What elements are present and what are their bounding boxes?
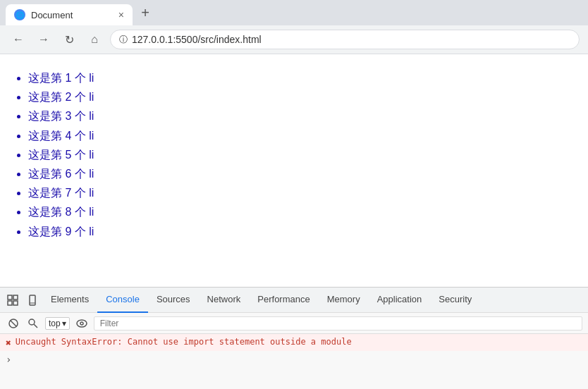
devtools-panel: Elements Console Sources Network Perform… <box>0 287 588 389</box>
svg-point-8 <box>29 319 35 325</box>
list-item: 这是第 9 个 li <box>28 222 574 241</box>
url-bar[interactable]: ⓘ 127.0.0.1:5500/src/index.html <box>110 30 580 49</box>
browser-tab[interactable]: 🌐 Document × <box>6 4 133 25</box>
eye-button[interactable] <box>74 316 90 331</box>
list-item: 这是第 3 个 li <box>28 106 574 125</box>
list-item: 这是第 7 个 li <box>28 183 574 202</box>
url-secure-icon: ⓘ <box>119 34 128 46</box>
address-bar: ← → ↻ ⌂ ⓘ 127.0.0.1:5500/src/index.html <box>0 25 588 54</box>
browser-chrome: 🌐 Document × + ← → ↻ ⌂ ⓘ 127.0.0.1:5500/… <box>0 0 588 54</box>
new-tab-button[interactable]: + <box>135 3 155 23</box>
tab-favicon-icon: 🌐 <box>14 9 25 20</box>
error-message-line: ✖ Uncaught SyntaxError: Cannot use impor… <box>0 334 588 351</box>
console-toolbar: top ▾ <box>0 313 588 334</box>
devtools-mobile-icon[interactable] <box>23 290 42 310</box>
svg-rect-0 <box>8 295 12 300</box>
tab-console[interactable]: Console <box>97 288 148 313</box>
context-selector[interactable]: top ▾ <box>45 317 70 330</box>
svg-rect-2 <box>13 295 18 300</box>
page-content: 这是第 1 个 li这是第 2 个 li这是第 3 个 li这是第 4 个 li… <box>0 54 588 287</box>
list-item: 这是第 4 个 li <box>28 126 574 145</box>
tab-application[interactable]: Application <box>369 288 431 313</box>
tab-close-button[interactable]: × <box>118 9 124 20</box>
error-text: Uncaught SyntaxError: Cannot use import … <box>16 337 352 347</box>
tab-network[interactable]: Network <box>199 288 250 313</box>
console-filter-input[interactable] <box>94 316 582 331</box>
svg-rect-1 <box>8 301 12 305</box>
svg-line-9 <box>34 324 37 328</box>
list-item: 这是第 6 个 li <box>28 164 574 183</box>
list-item: 这是第 2 个 li <box>28 87 574 106</box>
svg-point-11 <box>80 322 83 325</box>
list-item: 这是第 5 个 li <box>28 145 574 164</box>
forward-button[interactable]: → <box>34 30 54 49</box>
svg-point-10 <box>77 320 87 327</box>
devtools-tab-bar: Elements Console Sources Network Perform… <box>0 288 588 313</box>
tab-bar: 🌐 Document × + <box>0 0 588 25</box>
svg-rect-4 <box>30 295 35 305</box>
back-button[interactable]: ← <box>8 30 28 49</box>
console-prompt: › <box>0 351 588 368</box>
filter-toggle-button[interactable] <box>25 316 41 331</box>
svg-rect-3 <box>13 301 18 305</box>
tab-performance[interactable]: Performance <box>249 288 318 313</box>
tab-sources[interactable]: Sources <box>148 288 199 313</box>
error-icon: ✖ <box>6 338 11 348</box>
devtools-inspect-icon[interactable] <box>3 290 23 310</box>
url-text: 127.0.0.1:5500/src/index.html <box>132 34 262 45</box>
tab-memory[interactable]: Memory <box>319 288 369 313</box>
list: 这是第 1 个 li这是第 2 个 li这是第 3 个 li这是第 4 个 li… <box>14 68 574 241</box>
list-item: 这是第 1 个 li <box>28 68 574 87</box>
chevron-right-icon: › <box>6 354 11 365</box>
context-label: top <box>49 319 61 328</box>
tab-title: Document <box>31 10 73 20</box>
tab-elements[interactable]: Elements <box>42 288 97 313</box>
dropdown-arrow: ▾ <box>62 319 66 328</box>
tab-security[interactable]: Security <box>430 288 480 313</box>
reload-button[interactable]: ↻ <box>59 30 79 49</box>
list-item: 这是第 8 个 li <box>28 202 574 221</box>
clear-console-button[interactable] <box>6 316 21 331</box>
home-button[interactable]: ⌂ <box>85 30 104 49</box>
svg-line-7 <box>11 321 16 326</box>
